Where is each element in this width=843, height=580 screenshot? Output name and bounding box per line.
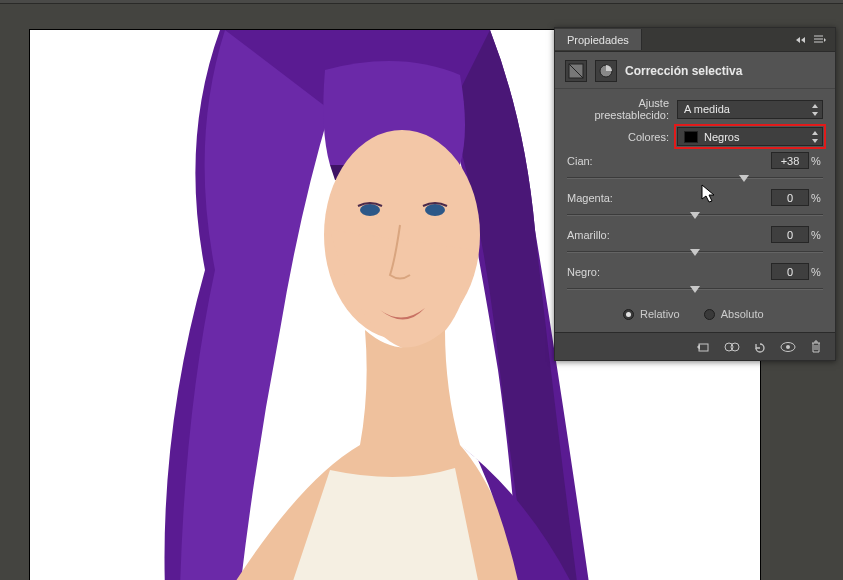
slider-cian: Cian:%	[567, 152, 823, 179]
slider-value-input[interactable]	[771, 152, 809, 169]
radio-label-relativo: Relativo	[640, 308, 680, 320]
pct-label: %	[809, 155, 823, 167]
slider-thumb-icon[interactable]	[739, 175, 749, 182]
radio-label-absoluto: Absoluto	[721, 308, 764, 320]
colores-value: Negros	[704, 131, 739, 143]
svg-point-7	[731, 343, 739, 351]
view-previous-icon[interactable]	[721, 338, 743, 356]
pct-label: %	[809, 192, 823, 204]
slider-value-input[interactable]	[771, 226, 809, 243]
svg-rect-5	[699, 344, 708, 351]
colores-select[interactable]: Negros	[677, 127, 823, 146]
preset-value: A medida	[684, 103, 730, 115]
slider-track[interactable]	[567, 214, 823, 216]
slider-track[interactable]	[567, 177, 823, 179]
mode-absoluto[interactable]: Absoluto	[704, 308, 764, 320]
preset-select[interactable]: A medida	[677, 100, 823, 119]
slider-thumb-icon[interactable]	[690, 286, 700, 293]
svg-point-2	[425, 204, 445, 216]
collapse-panel-icon[interactable]	[793, 33, 807, 47]
selective-color-icon[interactable]	[595, 60, 617, 82]
preset-label: Ajuste preestablecido:	[567, 97, 677, 121]
visibility-icon[interactable]	[777, 338, 799, 356]
svg-point-9	[786, 345, 790, 349]
panel-menu-icon[interactable]	[813, 33, 827, 47]
svg-point-1	[360, 204, 380, 216]
slider-label: Cian:	[567, 155, 771, 167]
pct-label: %	[809, 229, 823, 241]
slider-thumb-icon[interactable]	[690, 249, 700, 256]
slider-magenta: Magenta:%	[567, 189, 823, 216]
app-top-bar	[0, 0, 843, 4]
slider-amarillo: Amarillo:%	[567, 226, 823, 253]
slider-value-input[interactable]	[771, 189, 809, 206]
radio-dot-icon	[623, 309, 634, 320]
clip-to-layer-icon[interactable]	[693, 338, 715, 356]
slider-label: Amarillo:	[567, 229, 771, 241]
panel-tab-strip: Propiedades	[555, 28, 835, 52]
colores-label: Colores:	[567, 131, 677, 143]
tab-properties[interactable]: Propiedades	[555, 29, 642, 50]
slider-thumb-icon[interactable]	[690, 212, 700, 219]
color-swatch	[684, 131, 698, 143]
mode-relativo[interactable]: Relativo	[623, 308, 680, 320]
reset-icon[interactable]	[749, 338, 771, 356]
slider-label: Negro:	[567, 266, 771, 278]
properties-panel: Propiedades Corrección selectiva Ajuste …	[554, 27, 836, 361]
slider-value-input[interactable]	[771, 263, 809, 280]
adjustment-title: Corrección selectiva	[625, 64, 742, 78]
slider-track[interactable]	[567, 288, 823, 290]
adjustment-layer-icon[interactable]	[565, 60, 587, 82]
panel-footer	[555, 332, 835, 360]
trash-icon[interactable]	[805, 338, 827, 356]
adjustment-header: Corrección selectiva	[555, 52, 835, 89]
slider-negro: Negro:%	[567, 263, 823, 290]
slider-track[interactable]	[567, 251, 823, 253]
radio-dot-icon	[704, 309, 715, 320]
pct-label: %	[809, 266, 823, 278]
slider-label: Magenta:	[567, 192, 771, 204]
